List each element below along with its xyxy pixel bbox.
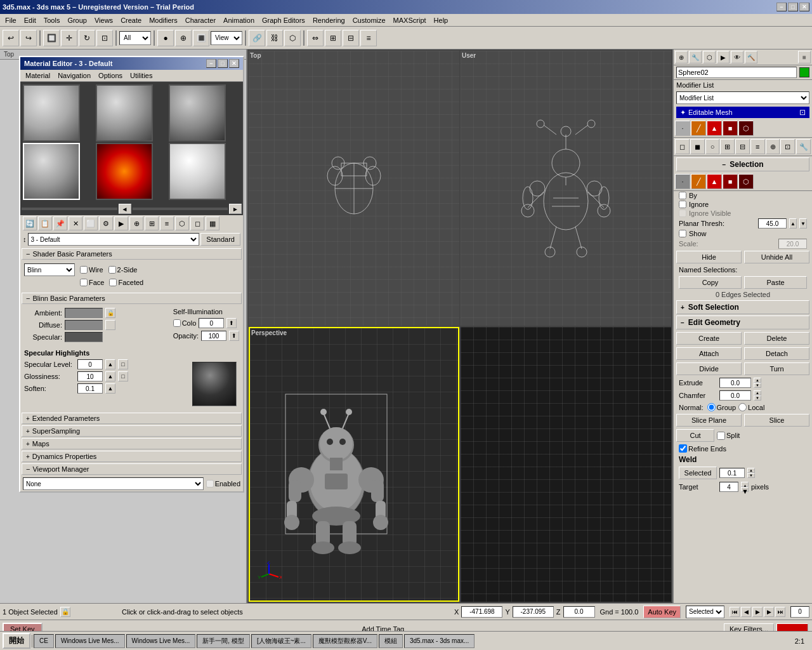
sel-element-icon[interactable]: ⬡ [738,174,754,189]
mat-btn-12[interactable]: ◻ [190,216,204,230]
r-hierarchy-btn[interactable]: ⬡ [703,51,716,63]
scale-button[interactable]: ⊡ [96,30,113,46]
glossiness-input[interactable] [77,371,103,381]
render-button[interactable]: ● [157,30,174,46]
menu-maxscript[interactable]: MAXScript [390,15,430,25]
r-icon-8[interactable]: ⊡ [780,139,795,154]
mat-sphere-5[interactable] [96,143,153,200]
shader-type-dropdown[interactable]: Blinn [24,263,75,276]
taskbar-item-8[interactable]: 3d5.max - 3ds max... [404,634,475,648]
mat-menu-utilities[interactable]: Utilities [126,71,156,80]
selected-button[interactable]: Selected [679,467,717,479]
play-first[interactable]: ⏮ [730,607,740,617]
link-button[interactable]: 🔗 [249,30,265,46]
opacity-spin[interactable]: ⬆ [229,331,239,341]
soften-spin[interactable]: ▲ [105,383,115,394]
close-button[interactable]: ✕ [799,3,809,11]
z-input[interactable] [563,606,595,618]
menu-edit[interactable]: Edit [20,15,40,25]
selection-header[interactable]: − Selection [676,157,809,171]
r-icon-3[interactable]: ○ [705,139,720,154]
modifier-dropdown[interactable]: Modifier List [676,91,809,104]
ignore-checkbox[interactable] [679,201,686,208]
selected-dropdown[interactable]: Selected [686,606,724,618]
chamfer-up[interactable]: ▲ [754,390,761,395]
mat-maximize[interactable]: □ [218,59,228,68]
move-button[interactable]: ✛ [61,30,77,46]
modifier-editable-mesh[interactable]: ✦ Editable Mesh ⊡ [676,107,809,118]
edit-geometry-header[interactable]: − Edit Geometry [676,315,809,329]
auto-key-button[interactable]: Auto Key [643,606,681,618]
mat-btn-9[interactable]: ⊞ [145,216,159,230]
mat-btn-11[interactable]: ⬡ [175,216,189,230]
x-input[interactable] [461,606,502,618]
menu-modifiers[interactable]: Modifiers [145,15,181,25]
soft-selection-header[interactable]: + Soft Selection [676,300,809,314]
target-up[interactable]: ▲ [741,482,749,487]
cut-button[interactable]: Cut [676,429,714,442]
chamfer-down[interactable]: ▼ [754,395,761,401]
split-checkbox[interactable] [717,432,725,440]
target-down[interactable]: ▼ [741,487,749,492]
viewport-perspective[interactable]: Perspective [249,327,459,602]
mat-btn-10[interactable]: ≡ [160,216,174,230]
taskbar-item-2[interactable]: Windows Live Mes... [55,634,125,648]
r-icon-9[interactable]: 🔧 [796,139,811,154]
start-button[interactable]: 開始 [3,633,30,649]
menu-file[interactable]: File [1,15,20,25]
redo-button[interactable]: ↪ [20,30,37,46]
selected-down[interactable]: ▼ [747,473,755,478]
viewport-top[interactable]: Top [249,51,459,326]
viewport-empty[interactable] [461,327,671,602]
bind-button[interactable]: ⬡ [284,30,301,46]
mat-sphere-6[interactable] [169,143,226,200]
mat-btn-delete[interactable]: ✕ [69,216,82,230]
hide-button[interactable]: Hide [676,251,742,263]
mat-sphere-2[interactable] [96,84,153,142]
divide-button[interactable]: Divide [676,362,742,375]
mirror-button[interactable]: ⇔ [307,30,324,46]
r-display-btn[interactable]: 👁 [731,51,743,63]
viewport-mgr-dropdown[interactable]: None [23,477,204,490]
planar-thresh-up[interactable]: ▲ [789,218,797,229]
layers-button[interactable]: ≡ [360,30,377,46]
r-motion-btn[interactable]: ▶ [717,51,730,63]
mat-sphere-4[interactable] [23,143,80,200]
sel-poly-icon[interactable]: ■ [723,174,738,189]
spec-level-spin[interactable]: ▲ [105,359,115,369]
view-dropdown[interactable]: View [211,31,242,45]
planar-thresh-input[interactable] [758,218,787,229]
sel-vertex-icon[interactable]: · [675,174,690,189]
mat-btn-5[interactable]: ⬜ [84,216,98,230]
object-color-swatch[interactable] [799,67,809,77]
mat-btn-2[interactable]: 📋 [38,216,52,230]
viewport-user[interactable]: User [461,51,671,326]
render3-button[interactable]: 🔳 [193,30,209,46]
show-checkbox[interactable] [679,230,686,237]
taskbar-item-3[interactable]: Windows Live Mes... [126,634,196,648]
subobj-edge[interactable]: ╱ [691,121,706,136]
chamfer-input[interactable] [719,390,751,401]
menu-tools[interactable]: Tools [40,15,64,25]
mat-preset-dropdown[interactable]: 3 - Default [28,233,200,246]
ambient-lock[interactable]: 🔒 [105,308,115,318]
mat-btn-3[interactable]: 📌 [53,216,67,230]
menu-help[interactable]: Help [430,15,452,25]
refine-ends-checkbox[interactable] [679,444,687,453]
opacity-value[interactable] [201,331,226,341]
shader-section-bar[interactable]: − Shader Basic Parameters [22,248,242,260]
create-button[interactable]: Create [676,332,742,345]
play-prev[interactable]: ◀ [741,607,751,617]
local-radio[interactable] [738,403,747,411]
supersampling-section[interactable]: + SuperSampling [22,425,242,437]
mat-btn-7[interactable]: ▶ [114,216,128,230]
colo-spin[interactable]: ⬆ [226,318,237,328]
unhide-all-button[interactable]: Unhide All [744,251,809,263]
diffuse-color[interactable] [65,320,103,330]
selected-value-input[interactable] [719,468,745,478]
r-icon-7[interactable]: ⊕ [766,139,780,154]
mat-sphere-1[interactable] [23,84,80,142]
mat-btn-13[interactable]: ▦ [206,216,219,230]
face-checkbox[interactable] [80,279,88,286]
object-name-input[interactable] [676,67,797,78]
